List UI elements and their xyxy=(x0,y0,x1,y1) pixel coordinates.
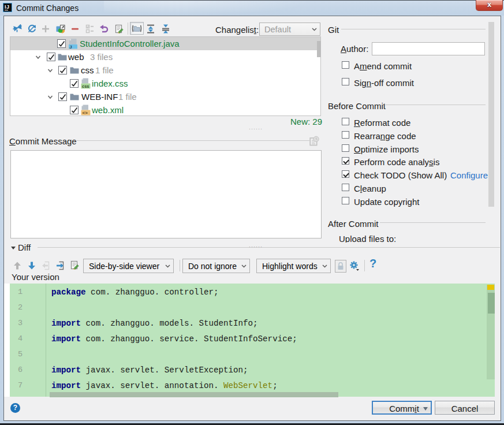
svg-text:css: css xyxy=(82,84,89,89)
svg-text:<>: <> xyxy=(83,110,88,115)
svg-text:J: J xyxy=(69,44,72,49)
